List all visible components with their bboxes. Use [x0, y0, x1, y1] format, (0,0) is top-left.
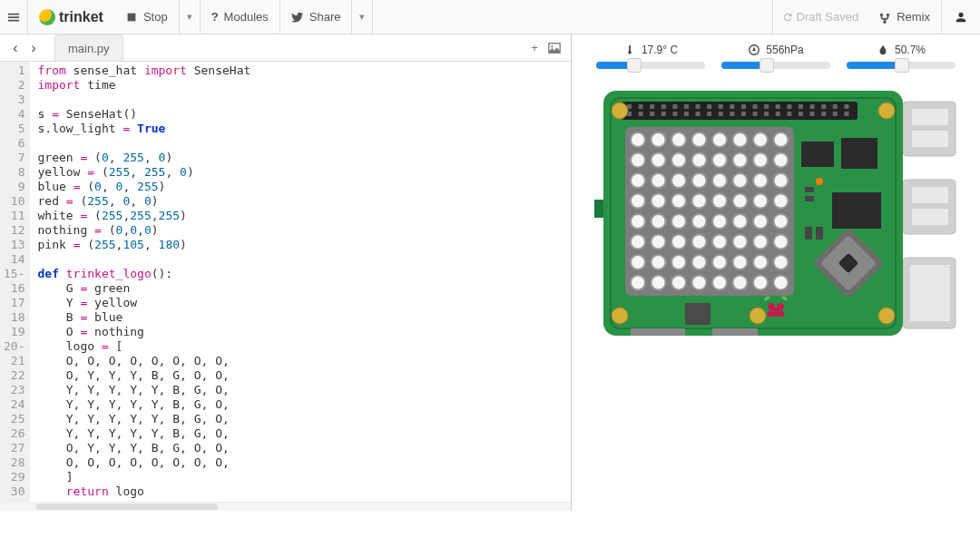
svg-point-19	[878, 308, 895, 324]
svg-point-121	[734, 195, 747, 208]
file-tab-main[interactable]: main.py	[54, 34, 123, 61]
question-icon: ?	[211, 10, 219, 24]
top-toolbar: trinket Stop ? Modules Share Draft Saved…	[0, 0, 980, 34]
svg-rect-42	[741, 104, 746, 109]
svg-rect-44	[753, 104, 758, 109]
svg-rect-37	[707, 112, 711, 116]
svg-point-141	[775, 215, 788, 228]
svg-rect-46	[764, 104, 769, 109]
humidity-icon	[877, 44, 889, 56]
upload-button[interactable]	[545, 39, 564, 57]
svg-point-131	[672, 215, 685, 228]
svg-rect-29	[662, 112, 666, 116]
svg-rect-193	[832, 192, 881, 229]
svg-rect-22	[627, 104, 632, 109]
svg-rect-11	[910, 265, 950, 321]
svg-rect-53	[799, 112, 803, 116]
svg-point-153	[734, 236, 747, 249]
temperature-value: 17.9° C	[642, 44, 678, 56]
svg-point-67	[672, 133, 685, 146]
svg-rect-191	[841, 138, 877, 169]
humidity-slider[interactable]	[847, 62, 956, 69]
svg-point-151	[713, 236, 726, 249]
svg-rect-194	[805, 187, 814, 192]
svg-rect-35	[696, 112, 701, 116]
fork-icon	[878, 11, 891, 24]
svg-point-16	[612, 103, 628, 119]
svg-point-123	[754, 195, 767, 208]
svg-point-113	[652, 195, 665, 208]
remix-button[interactable]: Remix	[867, 0, 941, 34]
svg-point-192	[816, 178, 823, 185]
svg-rect-197	[816, 227, 823, 240]
sensor-controls: 17.9° C 556hPa	[572, 34, 980, 73]
svg-rect-24	[639, 104, 643, 109]
svg-point-183	[713, 277, 726, 289]
svg-point-18	[612, 308, 628, 324]
svg-point-20	[750, 308, 766, 324]
refresh-icon	[782, 12, 793, 23]
stop-dropdown[interactable]	[180, 0, 201, 34]
stop-button[interactable]: Stop	[114, 0, 180, 34]
output-pane: 17.9° C 556hPa	[572, 34, 980, 511]
svg-point-189	[775, 277, 788, 289]
history-back[interactable]: ‹	[7, 40, 24, 56]
scrollbar-thumb[interactable]	[36, 504, 218, 510]
temperature-sensor: 17.9° C	[596, 44, 705, 69]
svg-rect-54	[810, 104, 815, 109]
svg-point-205	[768, 311, 774, 318]
svg-point-187	[754, 277, 767, 289]
svg-rect-52	[799, 104, 803, 109]
file-tab-row: ‹ › main.py +	[0, 34, 571, 62]
svg-rect-208	[712, 328, 758, 336]
svg-rect-60	[844, 104, 848, 109]
svg-point-185	[734, 277, 747, 289]
svg-rect-55	[810, 112, 815, 116]
svg-point-135	[713, 215, 726, 228]
svg-rect-34	[696, 104, 701, 109]
svg-rect-201	[685, 303, 710, 325]
svg-rect-58	[833, 104, 838, 109]
modules-button[interactable]: ? Modules	[201, 0, 280, 34]
svg-point-125	[775, 195, 788, 208]
svg-point-165	[693, 256, 706, 269]
svg-point-89	[734, 154, 747, 167]
history-forward[interactable]: ›	[25, 40, 42, 56]
svg-point-71	[713, 133, 726, 146]
svg-point-206	[779, 311, 785, 318]
code-editor[interactable]: 123456789101112131415-1617181920-2122232…	[0, 62, 571, 502]
brand-logo[interactable]: trinket	[28, 9, 114, 25]
svg-point-99	[672, 174, 685, 187]
user-menu[interactable]	[941, 0, 980, 34]
svg-point-115	[672, 195, 685, 208]
svg-point-81	[652, 154, 665, 167]
sense-hat-emulator[interactable]	[572, 73, 980, 354]
menu-button[interactable]	[0, 0, 28, 34]
svg-rect-41	[730, 112, 734, 116]
svg-rect-33	[684, 112, 689, 116]
svg-rect-51	[787, 112, 791, 116]
svg-rect-40	[730, 104, 734, 109]
svg-rect-56	[821, 104, 826, 109]
share-dropdown[interactable]	[352, 0, 373, 34]
svg-rect-59	[833, 112, 838, 116]
temperature-slider[interactable]	[596, 62, 705, 69]
add-file-button[interactable]: +	[525, 39, 544, 57]
svg-point-137	[734, 215, 747, 228]
svg-point-139	[754, 215, 767, 228]
svg-point-63	[632, 133, 644, 146]
svg-point-101	[693, 174, 706, 187]
svg-point-149	[693, 236, 706, 249]
svg-point-87	[713, 154, 726, 167]
svg-rect-38	[719, 104, 723, 109]
draft-saved-status: Draft Saved	[772, 0, 868, 34]
line-gutter: 123456789101112131415-1617181920-2122232…	[0, 62, 30, 502]
share-button[interactable]: Share	[280, 0, 353, 34]
horizontal-scrollbar[interactable]	[0, 502, 571, 511]
pressure-slider[interactable]	[721, 62, 830, 69]
svg-point-119	[713, 195, 726, 208]
svg-point-97	[652, 174, 665, 187]
svg-point-93	[775, 154, 788, 167]
svg-rect-49	[776, 112, 780, 116]
svg-rect-61	[844, 112, 848, 116]
